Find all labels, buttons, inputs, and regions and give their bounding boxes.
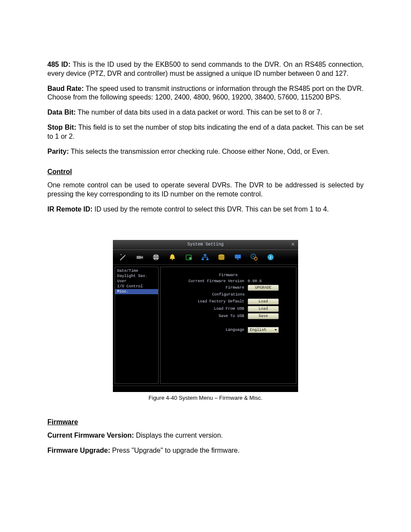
text-baud: The speed used to transmit instructions …: [47, 85, 364, 101]
label-485id: 485 ID:: [47, 61, 70, 68]
para-ir: IR Remote ID: ID used by the remote cont…: [47, 205, 364, 214]
label-load-usb: Load From USB: [166, 307, 248, 311]
disk-icon[interactable]: [217, 253, 226, 261]
language-select[interactable]: English: [248, 327, 279, 333]
svg-point-6: [153, 256, 155, 258]
clock-icon[interactable]: [184, 253, 193, 261]
monitor-icon[interactable]: [234, 253, 242, 261]
text-parity: This selects the transmission error chec…: [69, 148, 330, 155]
label-fw-upgrade: Firmware Upgrade:: [47, 447, 110, 454]
svg-point-4: [156, 254, 157, 255]
wand-icon[interactable]: [119, 253, 128, 261]
label-factory-default: Load Factory Default: [166, 299, 248, 304]
upgrade-button[interactable]: UPGRADE: [248, 285, 279, 291]
camera-icon[interactable]: [135, 253, 144, 261]
para-control: One remote control can be used to operat…: [47, 181, 364, 199]
text-current-version-doc: Displays the current version.: [134, 432, 223, 439]
para-baud: Baud Rate: The speed used to transmit in…: [47, 84, 364, 103]
label-ir: IR Remote ID:: [47, 205, 93, 213]
window-footer: [113, 386, 298, 392]
text-485id: This is the ID used by the EKB500 to sen…: [47, 61, 364, 77]
svg-point-0: [125, 255, 125, 256]
reel-icon[interactable]: [152, 253, 160, 261]
network-icon[interactable]: [201, 253, 209, 261]
label-save-usb: Save To USB: [166, 314, 248, 318]
label-current-version: Current Firmware Version: [166, 279, 248, 283]
text-stopbit: This field is to set the number of stop …: [47, 124, 364, 140]
text-databit: The number of data bits used in a data p…: [76, 109, 322, 116]
heading-firmware: Firmware: [47, 418, 364, 426]
section-firmware: Firmware: [166, 273, 291, 277]
sidebar: Date/Time Daylight Sav. User I/O Control…: [115, 267, 159, 384]
sidebar-item-io[interactable]: I/O Control: [115, 284, 158, 289]
text-ir: ID used by the remote control to select …: [93, 205, 329, 213]
label-firmware: Firmware: [166, 286, 248, 290]
svg-rect-14: [206, 258, 209, 260]
svg-point-1: [121, 254, 121, 255]
label-databit: Data Bit:: [47, 109, 76, 116]
svg-text:i: i: [270, 255, 271, 260]
heading-control: Control: [47, 168, 364, 176]
svg-point-8: [156, 256, 157, 258]
sidebar-item-datetime[interactable]: Date/Time: [115, 268, 158, 274]
value-current-version: 0.90.6: [248, 279, 291, 283]
svg-point-19: [252, 255, 254, 257]
label-stopbit: Stop Bit:: [47, 124, 76, 131]
main-panel: Firmware Current Firmware Version 0.90.6…: [160, 267, 296, 384]
load-usb-button[interactable]: Load: [248, 306, 279, 312]
gear-icon[interactable]: [250, 253, 258, 261]
label-language: Language: [166, 328, 248, 332]
para-current-version: Current Firmware Version: Displays the c…: [47, 431, 364, 440]
svg-rect-13: [202, 258, 204, 260]
para-parity: Parity: This selects the transmission er…: [47, 147, 364, 156]
svg-point-9: [172, 259, 173, 260]
para-fw-upgrade: Firmware Upgrade: Press "Upgrade" to upg…: [47, 446, 364, 455]
close-icon[interactable]: ✕: [290, 241, 296, 248]
sidebar-item-daylight[interactable]: Daylight Sav.: [115, 274, 158, 279]
label-current-version-doc: Current Firmware Version:: [47, 432, 134, 439]
para-stopbit: Stop Bit: This field is to set the numbe…: [47, 123, 364, 141]
para-databit: Data Bit: The number of data bits used i…: [47, 108, 364, 117]
svg-rect-2: [137, 256, 141, 259]
svg-rect-12: [204, 254, 206, 256]
system-setting-screenshot: System Setting ✕ i Date/Time Daylight Sa…: [113, 240, 298, 392]
info-icon[interactable]: i: [266, 253, 275, 261]
svg-point-5: [156, 258, 157, 260]
toolbar: i: [113, 250, 298, 265]
load-factory-button[interactable]: Load: [248, 299, 279, 305]
svg-point-7: [158, 256, 159, 258]
svg-rect-16: [235, 255, 241, 258]
label-baud: Baud Rate:: [47, 85, 84, 92]
figure-caption: Figure 4-40 System Menu – Firmware & Mis…: [47, 395, 364, 401]
save-usb-button[interactable]: Save: [248, 313, 279, 319]
sidebar-item-misc[interactable]: Misc.: [115, 289, 158, 294]
label-parity: Parity:: [47, 148, 69, 155]
svg-rect-17: [237, 259, 239, 260]
window-titlebar: System Setting ✕: [113, 240, 298, 250]
window-title: System Setting: [113, 240, 298, 249]
text-fw-upgrade: Press "Upgrade" to upgrade the firmware.: [110, 447, 240, 454]
section-configurations: Configurations: [166, 292, 291, 297]
para-485id: 485 ID: This is the ID used by the EKB50…: [47, 60, 364, 78]
bell-icon[interactable]: [168, 253, 177, 261]
sidebar-item-user[interactable]: User: [115, 279, 158, 284]
